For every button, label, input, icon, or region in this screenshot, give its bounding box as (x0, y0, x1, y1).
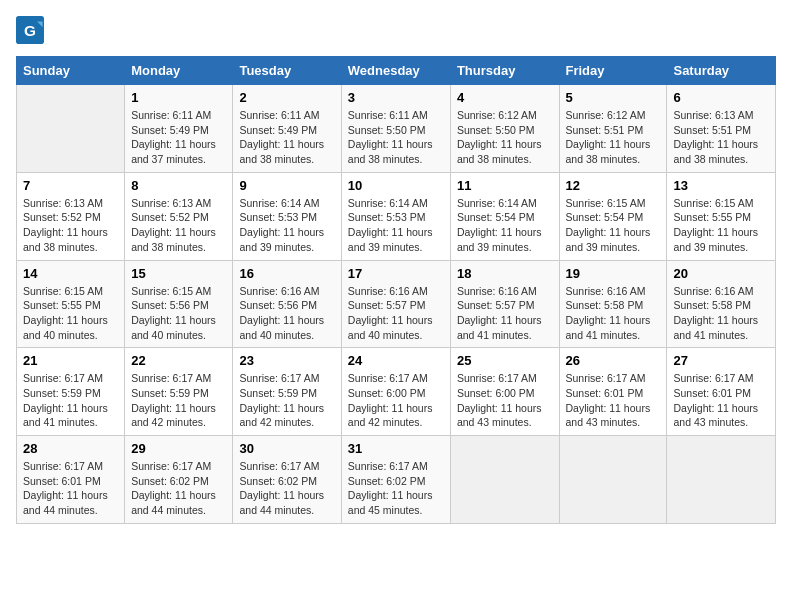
day-number: 23 (239, 353, 334, 368)
week-row-5: 28Sunrise: 6:17 AM Sunset: 6:01 PM Dayli… (17, 436, 776, 524)
day-number: 16 (239, 266, 334, 281)
day-info: Sunrise: 6:17 AM Sunset: 6:01 PM Dayligh… (673, 371, 769, 430)
weekday-header-thursday: Thursday (450, 57, 559, 85)
table-row: 3Sunrise: 6:11 AM Sunset: 5:50 PM Daylig… (341, 85, 450, 173)
day-number: 18 (457, 266, 553, 281)
day-number: 5 (566, 90, 661, 105)
day-info: Sunrise: 6:13 AM Sunset: 5:52 PM Dayligh… (131, 196, 226, 255)
day-info: Sunrise: 6:11 AM Sunset: 5:49 PM Dayligh… (239, 108, 334, 167)
table-row: 7Sunrise: 6:13 AM Sunset: 5:52 PM Daylig… (17, 172, 125, 260)
day-info: Sunrise: 6:16 AM Sunset: 5:58 PM Dayligh… (673, 284, 769, 343)
table-row: 1Sunrise: 6:11 AM Sunset: 5:49 PM Daylig… (125, 85, 233, 173)
day-info: Sunrise: 6:15 AM Sunset: 5:55 PM Dayligh… (23, 284, 118, 343)
day-number: 4 (457, 90, 553, 105)
table-row: 16Sunrise: 6:16 AM Sunset: 5:56 PM Dayli… (233, 260, 341, 348)
day-info: Sunrise: 6:17 AM Sunset: 6:02 PM Dayligh… (348, 459, 444, 518)
table-row: 8Sunrise: 6:13 AM Sunset: 5:52 PM Daylig… (125, 172, 233, 260)
day-info: Sunrise: 6:13 AM Sunset: 5:52 PM Dayligh… (23, 196, 118, 255)
table-row (17, 85, 125, 173)
day-number: 30 (239, 441, 334, 456)
day-number: 25 (457, 353, 553, 368)
table-row: 28Sunrise: 6:17 AM Sunset: 6:01 PM Dayli… (17, 436, 125, 524)
table-row: 19Sunrise: 6:16 AM Sunset: 5:58 PM Dayli… (559, 260, 667, 348)
weekday-header-wednesday: Wednesday (341, 57, 450, 85)
table-row: 30Sunrise: 6:17 AM Sunset: 6:02 PM Dayli… (233, 436, 341, 524)
table-row: 21Sunrise: 6:17 AM Sunset: 5:59 PM Dayli… (17, 348, 125, 436)
day-info: Sunrise: 6:17 AM Sunset: 6:01 PM Dayligh… (23, 459, 118, 518)
logo: G (16, 16, 48, 44)
day-number: 22 (131, 353, 226, 368)
table-row: 31Sunrise: 6:17 AM Sunset: 6:02 PM Dayli… (341, 436, 450, 524)
day-info: Sunrise: 6:12 AM Sunset: 5:51 PM Dayligh… (566, 108, 661, 167)
day-info: Sunrise: 6:16 AM Sunset: 5:58 PM Dayligh… (566, 284, 661, 343)
day-number: 15 (131, 266, 226, 281)
day-info: Sunrise: 6:15 AM Sunset: 5:54 PM Dayligh… (566, 196, 661, 255)
table-row (559, 436, 667, 524)
day-number: 9 (239, 178, 334, 193)
day-info: Sunrise: 6:17 AM Sunset: 6:02 PM Dayligh… (239, 459, 334, 518)
day-number: 13 (673, 178, 769, 193)
table-row: 14Sunrise: 6:15 AM Sunset: 5:55 PM Dayli… (17, 260, 125, 348)
day-info: Sunrise: 6:17 AM Sunset: 5:59 PM Dayligh… (23, 371, 118, 430)
page-header: G (16, 16, 776, 44)
day-number: 2 (239, 90, 334, 105)
weekday-header-monday: Monday (125, 57, 233, 85)
table-row: 29Sunrise: 6:17 AM Sunset: 6:02 PM Dayli… (125, 436, 233, 524)
day-number: 7 (23, 178, 118, 193)
day-number: 28 (23, 441, 118, 456)
table-row: 26Sunrise: 6:17 AM Sunset: 6:01 PM Dayli… (559, 348, 667, 436)
weekday-header-row: SundayMondayTuesdayWednesdayThursdayFrid… (17, 57, 776, 85)
day-number: 29 (131, 441, 226, 456)
day-info: Sunrise: 6:15 AM Sunset: 5:55 PM Dayligh… (673, 196, 769, 255)
weekday-header-tuesday: Tuesday (233, 57, 341, 85)
day-info: Sunrise: 6:14 AM Sunset: 5:54 PM Dayligh… (457, 196, 553, 255)
day-number: 12 (566, 178, 661, 193)
day-number: 1 (131, 90, 226, 105)
day-info: Sunrise: 6:11 AM Sunset: 5:50 PM Dayligh… (348, 108, 444, 167)
day-info: Sunrise: 6:17 AM Sunset: 6:01 PM Dayligh… (566, 371, 661, 430)
week-row-4: 21Sunrise: 6:17 AM Sunset: 5:59 PM Dayli… (17, 348, 776, 436)
table-row: 15Sunrise: 6:15 AM Sunset: 5:56 PM Dayli… (125, 260, 233, 348)
day-number: 10 (348, 178, 444, 193)
table-row (667, 436, 776, 524)
day-number: 27 (673, 353, 769, 368)
week-row-3: 14Sunrise: 6:15 AM Sunset: 5:55 PM Dayli… (17, 260, 776, 348)
table-row: 6Sunrise: 6:13 AM Sunset: 5:51 PM Daylig… (667, 85, 776, 173)
day-number: 8 (131, 178, 226, 193)
table-row: 17Sunrise: 6:16 AM Sunset: 5:57 PM Dayli… (341, 260, 450, 348)
weekday-header-saturday: Saturday (667, 57, 776, 85)
table-row: 4Sunrise: 6:12 AM Sunset: 5:50 PM Daylig… (450, 85, 559, 173)
table-row: 9Sunrise: 6:14 AM Sunset: 5:53 PM Daylig… (233, 172, 341, 260)
day-number: 21 (23, 353, 118, 368)
day-info: Sunrise: 6:12 AM Sunset: 5:50 PM Dayligh… (457, 108, 553, 167)
day-info: Sunrise: 6:16 AM Sunset: 5:57 PM Dayligh… (457, 284, 553, 343)
day-info: Sunrise: 6:14 AM Sunset: 5:53 PM Dayligh… (239, 196, 334, 255)
day-info: Sunrise: 6:13 AM Sunset: 5:51 PM Dayligh… (673, 108, 769, 167)
weekday-header-friday: Friday (559, 57, 667, 85)
table-row: 22Sunrise: 6:17 AM Sunset: 5:59 PM Dayli… (125, 348, 233, 436)
table-row: 5Sunrise: 6:12 AM Sunset: 5:51 PM Daylig… (559, 85, 667, 173)
day-number: 19 (566, 266, 661, 281)
calendar-table: SundayMondayTuesdayWednesdayThursdayFrid… (16, 56, 776, 524)
day-info: Sunrise: 6:17 AM Sunset: 5:59 PM Dayligh… (239, 371, 334, 430)
table-row: 25Sunrise: 6:17 AM Sunset: 6:00 PM Dayli… (450, 348, 559, 436)
svg-text:G: G (24, 22, 36, 39)
weekday-header-sunday: Sunday (17, 57, 125, 85)
day-number: 24 (348, 353, 444, 368)
day-number: 26 (566, 353, 661, 368)
day-info: Sunrise: 6:14 AM Sunset: 5:53 PM Dayligh… (348, 196, 444, 255)
day-number: 6 (673, 90, 769, 105)
week-row-2: 7Sunrise: 6:13 AM Sunset: 5:52 PM Daylig… (17, 172, 776, 260)
day-number: 17 (348, 266, 444, 281)
day-info: Sunrise: 6:17 AM Sunset: 5:59 PM Dayligh… (131, 371, 226, 430)
table-row: 20Sunrise: 6:16 AM Sunset: 5:58 PM Dayli… (667, 260, 776, 348)
day-info: Sunrise: 6:17 AM Sunset: 6:00 PM Dayligh… (457, 371, 553, 430)
week-row-1: 1Sunrise: 6:11 AM Sunset: 5:49 PM Daylig… (17, 85, 776, 173)
table-row: 13Sunrise: 6:15 AM Sunset: 5:55 PM Dayli… (667, 172, 776, 260)
table-row: 12Sunrise: 6:15 AM Sunset: 5:54 PM Dayli… (559, 172, 667, 260)
table-row: 27Sunrise: 6:17 AM Sunset: 6:01 PM Dayli… (667, 348, 776, 436)
day-info: Sunrise: 6:11 AM Sunset: 5:49 PM Dayligh… (131, 108, 226, 167)
table-row: 18Sunrise: 6:16 AM Sunset: 5:57 PM Dayli… (450, 260, 559, 348)
table-row: 2Sunrise: 6:11 AM Sunset: 5:49 PM Daylig… (233, 85, 341, 173)
day-info: Sunrise: 6:16 AM Sunset: 5:57 PM Dayligh… (348, 284, 444, 343)
